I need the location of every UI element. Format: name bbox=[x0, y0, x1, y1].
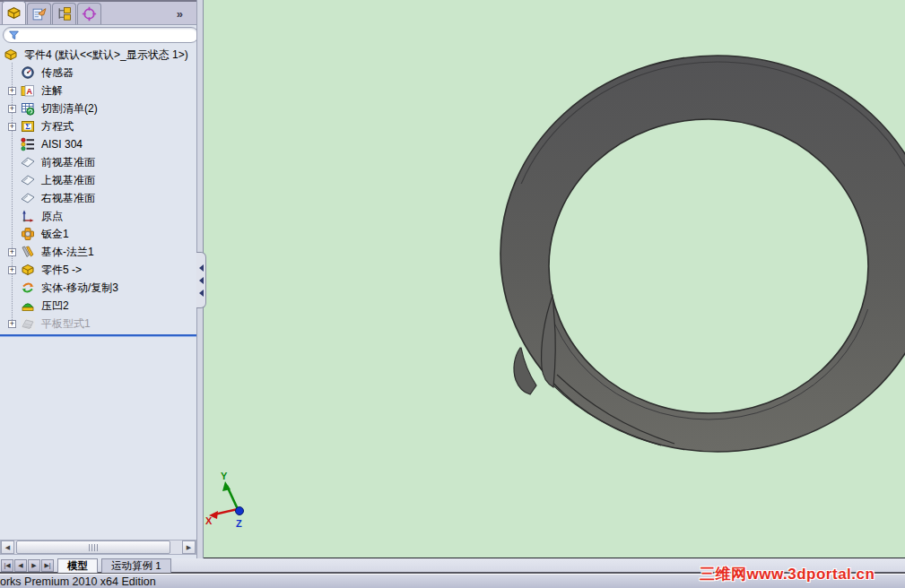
plane-icon bbox=[21, 173, 35, 187]
nav-first-tab-button[interactable]: |◀ bbox=[1, 559, 13, 572]
sheet-metal-icon bbox=[21, 227, 35, 241]
scroll-left-arrow[interactable]: ◀ bbox=[1, 540, 14, 554]
tree-item-top-plane[interactable]: 上视基准面 bbox=[0, 171, 203, 189]
tree-item-body-move-copy3[interactable]: 实体-移动/复制3 bbox=[0, 279, 203, 297]
tree-item-cut-list[interactable]: 切割清单(2) bbox=[0, 99, 203, 117]
indent-icon bbox=[21, 298, 35, 313]
x-axis-label: X bbox=[205, 515, 213, 526]
feature-tree: 零件4 (默认<<默认>_显示状态 1>) 传感器 注解 切割清单(2) bbox=[0, 44, 203, 337]
tree-item-label: 零件4 (默认<<默认>_显示状态 1>) bbox=[22, 48, 190, 63]
tree-item-part5[interactable]: 零件5 -> bbox=[0, 261, 203, 279]
tab-configuration-manager[interactable] bbox=[52, 3, 76, 24]
feature-manager-panel: » 零件4 (默认<<默认>_显示状态 1>) 传感器 注解 bbox=[0, 0, 204, 558]
tab-featuremanager-tree[interactable] bbox=[2, 1, 26, 24]
filter-funnel-icon bbox=[8, 30, 20, 41]
expand-plus-icon[interactable] bbox=[8, 248, 16, 256]
scroll-right-arrow[interactable]: ▶ bbox=[182, 540, 196, 554]
cut-list-icon bbox=[21, 101, 35, 116]
scrollbar-thumb[interactable] bbox=[16, 540, 170, 554]
solidworks-window: » 零件4 (默认<<默认>_显示状态 1>) 传感器 注解 bbox=[0, 0, 905, 588]
tab-dimxpert-manager[interactable] bbox=[77, 3, 101, 24]
graphics-viewport[interactable]: X Y Z bbox=[204, 0, 905, 558]
filter-box bbox=[3, 27, 199, 43]
material-icon bbox=[21, 137, 35, 151]
tree-item-equations[interactable]: 方程式 bbox=[0, 117, 203, 135]
part-icon bbox=[21, 263, 35, 277]
sensors-icon bbox=[21, 65, 35, 80]
panel-tab-strip: » bbox=[0, 0, 203, 25]
panel-splitter-handle[interactable] bbox=[196, 252, 206, 308]
flat-pattern-icon bbox=[21, 316, 35, 331]
rollback-bar[interactable] bbox=[0, 334, 203, 337]
scene-canvas: X Y Z bbox=[204, 0, 905, 558]
expand-plus-icon[interactable] bbox=[8, 266, 16, 274]
tree-item-right-plane[interactable]: 右视基准面 bbox=[0, 189, 203, 207]
tree-item-base-flange1[interactable]: 基体-法兰1 bbox=[0, 243, 203, 261]
annotations-icon bbox=[21, 83, 35, 98]
expand-plus-icon[interactable] bbox=[8, 123, 16, 131]
origin-icon bbox=[21, 209, 35, 223]
nav-last-tab-button[interactable]: ▶| bbox=[41, 559, 54, 572]
z-axis-dot-icon bbox=[236, 507, 244, 515]
panel-horizontal-scrollbar: ◀ ▶ bbox=[0, 540, 196, 555]
plane-icon bbox=[21, 155, 35, 169]
tree-item-indent2[interactable]: 压凹2 bbox=[0, 297, 203, 315]
filter-row bbox=[0, 25, 203, 44]
tree-item-part4-root[interactable]: 零件4 (默认<<默认>_显示状态 1>) bbox=[0, 46, 203, 64]
equations-icon bbox=[21, 119, 35, 134]
tab-property-manager[interactable] bbox=[27, 3, 51, 24]
tab-nav-buttons: |◀ ◀ ▶ ▶| bbox=[1, 559, 54, 572]
base-flange-icon bbox=[21, 245, 35, 259]
part-icon bbox=[4, 48, 18, 62]
y-axis-label: Y bbox=[221, 471, 228, 481]
scrollbar-grip-icon bbox=[89, 544, 98, 551]
expand-plus-icon[interactable] bbox=[8, 320, 16, 328]
tab-model[interactable]: 模型 bbox=[57, 558, 98, 573]
configuration-manager-icon bbox=[57, 6, 72, 22]
collapse-arrow-icon bbox=[199, 290, 204, 297]
nav-prev-tab-button[interactable]: ◀ bbox=[14, 559, 27, 572]
tree-item-flat-pattern1[interactable]: 平板型式1 bbox=[0, 315, 203, 333]
plane-icon bbox=[21, 191, 35, 205]
reference-triad: X Y Z bbox=[205, 471, 244, 529]
tree-item-front-plane[interactable]: 前视基准面 bbox=[0, 153, 203, 171]
tree-item-material-aisi304[interactable]: AISI 304 bbox=[0, 135, 203, 153]
scrollbar-track[interactable] bbox=[14, 540, 182, 554]
tree-filter-input[interactable] bbox=[20, 29, 198, 41]
property-manager-icon bbox=[31, 6, 47, 22]
expand-plus-icon[interactable] bbox=[8, 105, 16, 113]
panel-overflow-chevron[interactable]: » bbox=[177, 7, 183, 21]
z-axis-label: Z bbox=[236, 518, 242, 529]
featuremanager-tree-icon bbox=[6, 5, 22, 21]
collapse-arrow-icon bbox=[199, 277, 204, 284]
tree-item-annotations[interactable]: 注解 bbox=[0, 82, 203, 99]
status-text: orks Premium 2010 x64 Edition bbox=[0, 575, 156, 588]
tree-item-sheet-metal1[interactable]: 钣金1 bbox=[0, 225, 203, 243]
watermark-text: 三维网www.3dportal.cn bbox=[700, 564, 875, 584]
tree-item-sensors[interactable]: 传感器 bbox=[0, 64, 203, 82]
ring-band-model bbox=[500, 56, 905, 452]
dimxpert-manager-icon bbox=[82, 6, 97, 22]
tab-motion-study-1[interactable]: 运动算例 1 bbox=[101, 558, 171, 573]
tree-item-origin[interactable]: 原点 bbox=[0, 207, 203, 225]
collapse-arrow-icon bbox=[199, 264, 204, 272]
expand-plus-icon[interactable] bbox=[8, 87, 16, 95]
nav-next-tab-button[interactable]: ▶ bbox=[28, 559, 40, 572]
move-copy-icon bbox=[21, 281, 35, 295]
